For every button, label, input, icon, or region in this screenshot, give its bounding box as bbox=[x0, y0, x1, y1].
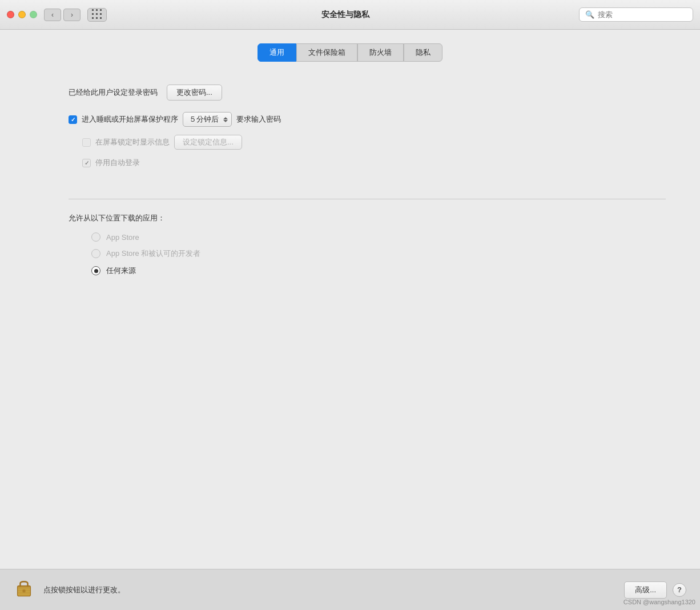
radio-app-store-row: App Store bbox=[91, 232, 666, 242]
advanced-button[interactable]: 高级... bbox=[624, 581, 667, 599]
tab-filevault[interactable]: 文件保险箱 bbox=[296, 43, 357, 62]
screen-lock-checkbox[interactable] bbox=[82, 138, 91, 147]
section-divider bbox=[69, 199, 666, 199]
sleep-duration-dropdown[interactable]: ５分钟后 bbox=[183, 112, 232, 127]
password-row: 已经给此用户设定登录密码 更改密码... bbox=[69, 85, 666, 101]
help-button[interactable]: ? bbox=[673, 583, 686, 597]
auto-login-checkbox[interactable] bbox=[82, 159, 91, 167]
svg-rect-1 bbox=[18, 586, 31, 587]
sleep-checkbox[interactable] bbox=[69, 115, 77, 124]
sleep-checkbox-label: 进入睡眠或开始屏幕保护程序 bbox=[82, 114, 178, 125]
close-button[interactable] bbox=[7, 11, 14, 18]
traffic-lights bbox=[7, 11, 37, 18]
lock-text: 点按锁按钮以进行更改。 bbox=[43, 585, 624, 595]
search-input[interactable] bbox=[598, 10, 687, 19]
svg-rect-2 bbox=[23, 589, 26, 592]
require-password-label: 要求输入密码 bbox=[236, 114, 281, 125]
sleep-checkbox-row: 进入睡眠或开始屏幕保护程序 ５分钟后 要求输入密码 bbox=[69, 112, 666, 127]
auto-login-row: 停用自动登录 bbox=[69, 158, 666, 168]
search-icon: 🔍 bbox=[585, 10, 594, 19]
radio-app-store-dev[interactable] bbox=[91, 249, 100, 258]
change-password-button[interactable]: 更改密码... bbox=[167, 85, 222, 101]
watermark: CSDN @wangshang1320 bbox=[623, 599, 695, 605]
settings-section: 已经给此用户设定登录密码 更改密码... 进入睡眠或开始屏幕保护程序 ５分钟后 … bbox=[23, 79, 677, 569]
password-label: 已经给此用户设定登录密码 bbox=[69, 87, 158, 98]
dropdown-arrow-icon bbox=[223, 117, 228, 122]
titlebar: ‹ › 安全性与隐私 🔍 bbox=[0, 0, 700, 30]
tab-privacy[interactable]: 隐私 bbox=[404, 43, 442, 62]
downloads-label: 允许从以下位置下载的应用： bbox=[69, 213, 666, 223]
radio-app-store-label: App Store bbox=[106, 233, 139, 242]
forward-button[interactable]: › bbox=[63, 9, 81, 21]
radio-group: App Store App Store 和被认可的开发者 任何来源 bbox=[69, 232, 666, 276]
minimize-button[interactable] bbox=[18, 11, 26, 18]
grid-view-button[interactable] bbox=[87, 8, 107, 22]
nav-buttons: ‹ › bbox=[44, 9, 81, 21]
radio-anywhere-label: 任何来源 bbox=[106, 266, 136, 276]
radio-anywhere-row: 任何来源 bbox=[91, 266, 666, 276]
maximize-button[interactable] bbox=[30, 11, 37, 18]
auto-login-label: 停用自动登录 bbox=[95, 158, 140, 168]
back-button[interactable]: ‹ bbox=[44, 9, 61, 21]
set-lock-info-button[interactable]: 设定锁定信息... bbox=[174, 135, 242, 150]
radio-app-store-dev-row: App Store 和被认可的开发者 bbox=[91, 248, 666, 259]
bottom-buttons: 高级... ? bbox=[624, 581, 686, 599]
screen-lock-label: 在屏幕锁定时显示信息 bbox=[95, 137, 170, 147]
sleep-duration-value: ５分钟后 bbox=[189, 114, 219, 125]
search-box[interactable]: 🔍 bbox=[579, 7, 693, 22]
main-content: 通用 文件保险箱 防火墙 隐私 已经给此用户设定登录密码 更改密码... 进入睡… bbox=[0, 30, 700, 569]
tab-firewall[interactable]: 防火墙 bbox=[357, 43, 404, 62]
tab-general[interactable]: 通用 bbox=[258, 43, 296, 62]
radio-app-store[interactable] bbox=[91, 232, 100, 242]
lock-icon[interactable] bbox=[14, 577, 34, 602]
radio-app-store-dev-label: App Store 和被认可的开发者 bbox=[106, 248, 200, 259]
radio-anywhere[interactable] bbox=[91, 266, 100, 275]
window-title: 安全性与隐私 bbox=[111, 10, 579, 20]
screen-lock-row: 在屏幕锁定时显示信息 设定锁定信息... bbox=[69, 135, 666, 150]
grid-icon bbox=[92, 9, 103, 20]
bottom-bar: 点按锁按钮以进行更改。 高级... ? bbox=[0, 569, 700, 610]
downloads-section: 允许从以下位置下载的应用： App Store App Store 和被认可的开… bbox=[69, 213, 666, 276]
tab-bar: 通用 文件保险箱 防火墙 隐私 bbox=[23, 43, 677, 62]
